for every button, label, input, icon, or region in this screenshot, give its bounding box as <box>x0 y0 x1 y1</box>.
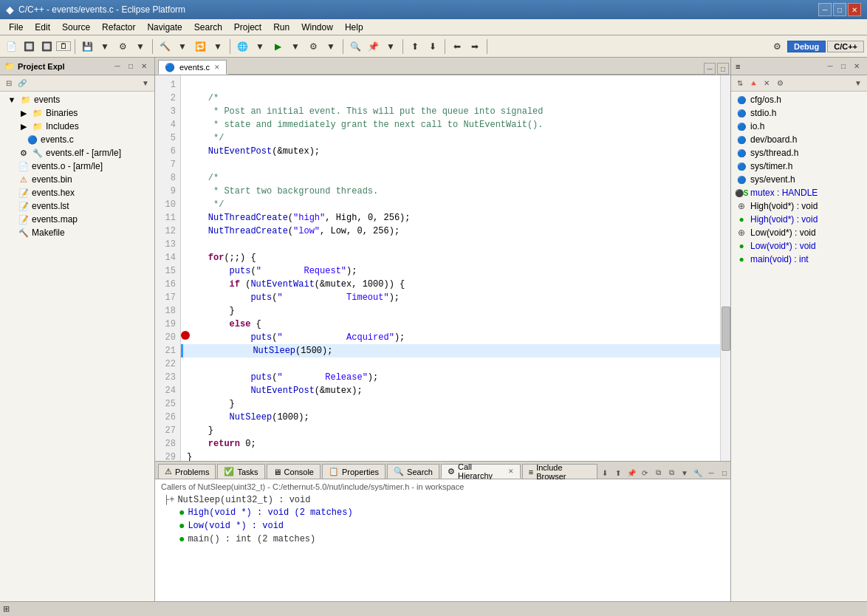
outline-item-high-decl[interactable]: ⊕ High(void*) : void <box>731 199 867 213</box>
toolbar-btn-11[interactable]: ▼ <box>210 38 226 55</box>
pin-button[interactable]: 📌 <box>626 467 637 479</box>
cpp-mode-button[interactable]: C/C++ <box>827 41 864 52</box>
editor-tab-events-c[interactable]: 🔵 events.c ✕ <box>158 60 227 75</box>
toolbar-btn-15[interactable]: ⚙ <box>305 38 321 55</box>
tree-item-events-lst[interactable]: 📝 events.lst <box>0 199 154 213</box>
outline-close-button[interactable]: ✕ <box>851 61 863 72</box>
toolbar-btn-19[interactable]: ▼ <box>383 38 399 55</box>
toolbar-btn-23[interactable]: ➡ <box>467 38 483 55</box>
caller-item-main[interactable]: ● main() : int (2 matches) <box>161 533 724 546</box>
outline-item-stdio-h[interactable]: 🔵 stdio.h <box>731 106 867 120</box>
close-panel-button[interactable]: ✕ <box>138 61 150 72</box>
tab-search[interactable]: 🔍 Search <box>387 464 439 479</box>
maximize-bottom-button[interactable]: □ <box>719 467 730 479</box>
tab-properties[interactable]: 📋 Properties <box>322 464 385 479</box>
maximize-panel-button[interactable]: □ <box>125 61 137 72</box>
debug-mode-button[interactable]: Debug <box>787 41 826 52</box>
toolbar-btn-22[interactable]: ⬅ <box>449 38 465 55</box>
toolbar-btn-21[interactable]: ⬇ <box>425 38 441 55</box>
outline-item-io-h[interactable]: 🔵 io.h <box>731 120 867 133</box>
menu-help[interactable]: Help <box>339 21 369 34</box>
outline-item-high-def[interactable]: ● High(void*) : void <box>731 213 867 226</box>
editor-maximize-button[interactable]: □ <box>717 63 729 75</box>
toolbar-btn-8[interactable]: 🔨 <box>157 38 173 55</box>
code-editor[interactable]: 1 2 3 4 5 6 7 8 9 10 11 12 13 14 15 16 1… <box>155 75 730 461</box>
tree-item-events-map[interactable]: 📝 events.map <box>0 213 154 226</box>
close-button[interactable]: ✕ <box>848 3 861 16</box>
toolbar-btn-16[interactable]: ▼ <box>323 38 339 55</box>
outline-item-low-decl[interactable]: ⊕ Low(void*) : void <box>731 226 867 239</box>
code-content[interactable]: /* * Post an initial event. This will pu… <box>181 75 730 461</box>
toolbar-btn-13[interactable]: ▼ <box>252 38 268 55</box>
run-button[interactable]: ▶ <box>270 38 286 55</box>
tree-item-binaries[interactable]: ▶ 📁 Binaries <box>0 106 154 120</box>
outline-menu-button[interactable]: ▼ <box>852 78 864 89</box>
previous-annotation-button[interactable]: ⬇ <box>599 467 611 479</box>
outline-item-sys-timer-h[interactable]: 🔵 sys/timer.h <box>731 160 867 173</box>
tree-item-events-bin[interactable]: ⚠ events.bin <box>0 173 154 186</box>
tab-call-hierarchy[interactable]: ⚙ Call Hierarchy ✕ <box>441 464 521 479</box>
tab-close-call-hierarchy[interactable]: ✕ <box>508 468 514 475</box>
outline-item-cfg-os-h[interactable]: 🔵 cfg/os.h <box>731 93 867 106</box>
toolbar-badge-1[interactable]: 🗒 <box>56 41 71 51</box>
menu-navigate[interactable]: Navigate <box>141 21 188 34</box>
toolbar-btn-6[interactable]: ⚙ <box>114 38 131 55</box>
caller-item-high[interactable]: ● High(void *) : void (2 matches) <box>161 506 724 519</box>
tree-item-events-c[interactable]: 🔵 events.c <box>0 133 154 146</box>
toolbar-btn-20[interactable]: ⬆ <box>407 38 423 55</box>
maximize-button[interactable]: □ <box>833 3 846 16</box>
menu-file[interactable]: File <box>3 21 29 34</box>
outline-maximize-button[interactable]: □ <box>837 61 849 72</box>
menu-refactor[interactable]: Refactor <box>96 21 141 34</box>
perspective-btn[interactable]: ⚙ <box>770 38 786 55</box>
outline-item-sys-thread-h[interactable]: 🔵 sys/thread.h <box>731 146 867 160</box>
tab-tasks[interactable]: ✅ Tasks <box>217 464 264 479</box>
toolbar-btn-17[interactable]: 🔍 <box>347 38 363 55</box>
next-annotation-button[interactable]: ⬆ <box>612 467 624 479</box>
tree-item-events-o[interactable]: 📄 events.o - [arm/le] <box>0 160 154 173</box>
close-button-2[interactable]: ✕ <box>761 78 772 89</box>
tab-console[interactable]: 🖥 Console <box>267 464 321 479</box>
toolbar-btn-b[interactable]: ⧉ <box>665 467 677 479</box>
minimize-bottom-button[interactable]: ─ <box>705 467 717 479</box>
toolbar-btn-9[interactable]: ▼ <box>174 38 191 55</box>
tree-item-makefile[interactable]: 🔨 Makefile <box>0 226 154 239</box>
outline-item-sys-event-h[interactable]: 🔵 sys/event.h <box>731 173 867 186</box>
vertical-scrollbar[interactable] <box>720 75 730 461</box>
tab-close-button[interactable]: ✕ <box>214 64 220 71</box>
menu-window[interactable]: Window <box>295 21 339 34</box>
menu-search[interactable]: Search <box>188 21 228 34</box>
view-menu-button[interactable]: ▼ <box>140 78 151 89</box>
tab-include-browser[interactable]: ≡ Include Browser <box>522 464 597 479</box>
filter-button[interactable]: 🔺 <box>747 78 759 89</box>
tree-item-events-elf[interactable]: ⚙ 🔧 events.elf - [arm/le] <box>0 146 154 160</box>
outline-item-low-def[interactable]: ● Low(void*) : void <box>731 239 867 253</box>
gear-button[interactable]: ⚙ <box>774 78 786 89</box>
sort-button[interactable]: ⇅ <box>734 78 746 89</box>
toolbar-btn-c[interactable]: ▼ <box>679 467 690 479</box>
save-button[interactable]: 💾 <box>79 38 95 55</box>
editor-minimize-button[interactable]: ─ <box>704 63 716 75</box>
menu-project[interactable]: Project <box>228 21 267 34</box>
toolbar-btn-5[interactable]: ▼ <box>97 38 113 55</box>
caller-item-low[interactable]: ● Low(void *) : void <box>161 519 724 533</box>
collapse-all-button[interactable]: ⊟ <box>3 78 15 89</box>
toolbar-btn-10[interactable]: 🔁 <box>192 38 208 55</box>
outline-item-mutex[interactable]: ⚫S mutex : HANDLE <box>731 186 867 199</box>
toolbar-btn-d[interactable]: 🔧 <box>692 467 704 479</box>
scroll-thumb[interactable] <box>722 307 730 351</box>
outline-item-dev-board-h[interactable]: 🔵 dev/board.h <box>731 133 867 146</box>
new-button[interactable]: 📄 <box>3 38 19 55</box>
menu-edit[interactable]: Edit <box>29 21 56 34</box>
toolbar-btn-a[interactable]: ⧉ <box>652 467 664 479</box>
link-with-editor-button[interactable]: 🔗 <box>16 78 28 89</box>
tab-problems[interactable]: ⚠ Problems <box>158 464 216 479</box>
toolbar-btn-7[interactable]: ▼ <box>132 38 148 55</box>
sync-button[interactable]: ⟳ <box>639 467 651 479</box>
minimize-button[interactable]: ─ <box>818 3 832 16</box>
caller-item-nutsleep[interactable]: ├+ NutSleep(uint32_t) : void <box>161 494 724 506</box>
outline-item-main[interactable]: ● main(void) : int <box>731 253 867 266</box>
outline-minimize-button[interactable]: ─ <box>824 61 836 72</box>
tree-item-events[interactable]: ▼ 📁 events <box>0 93 154 106</box>
tree-item-includes[interactable]: ▶ 📁 Includes <box>0 120 154 133</box>
